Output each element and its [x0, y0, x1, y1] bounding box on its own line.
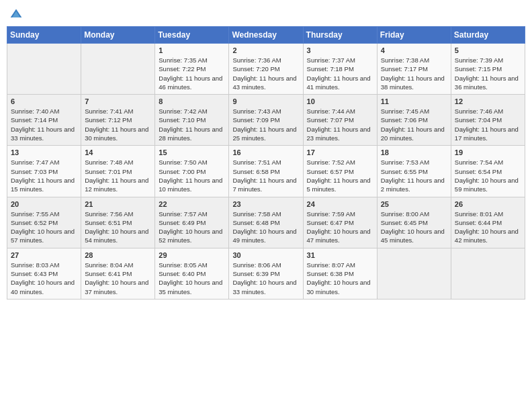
calendar-cell: 21Sunrise: 7:56 AMSunset: 6:51 PMDayligh…: [81, 197, 155, 248]
calendar-cell: 14Sunrise: 7:48 AMSunset: 7:01 PMDayligh…: [81, 146, 155, 197]
calendar-cell: 11Sunrise: 7:45 AMSunset: 7:06 PMDayligh…: [377, 95, 451, 146]
calendar-cell: 31Sunrise: 8:07 AMSunset: 6:38 PMDayligh…: [303, 248, 377, 299]
calendar-cell: 4Sunrise: 7:38 AMSunset: 7:17 PMDaylight…: [377, 44, 451, 95]
day-number: 14: [85, 148, 151, 156]
day-info: Sunrise: 7:48 AMSunset: 7:01 PMDaylight:…: [85, 158, 151, 193]
calendar-cell: 22Sunrise: 7:57 AMSunset: 6:49 PMDayligh…: [155, 197, 229, 248]
calendar-cell: 7Sunrise: 7:41 AMSunset: 7:12 PMDaylight…: [81, 95, 155, 146]
weekday-header-wednesday: Wednesday: [229, 27, 303, 44]
calendar-table: SundayMondayTuesdayWednesdayThursdayFrid…: [7, 26, 525, 300]
calendar-cell: 1Sunrise: 7:35 AMSunset: 7:22 PMDaylight…: [155, 44, 229, 95]
day-info: Sunrise: 7:56 AMSunset: 6:51 PMDaylight:…: [85, 210, 151, 245]
day-info: Sunrise: 7:47 AMSunset: 7:03 PMDaylight:…: [11, 158, 77, 193]
calendar-cell: 5Sunrise: 7:39 AMSunset: 7:15 PMDaylight…: [451, 44, 525, 95]
day-info: Sunrise: 7:39 AMSunset: 7:15 PMDaylight:…: [455, 56, 521, 91]
calendar-cell: 19Sunrise: 7:54 AMSunset: 6:54 PMDayligh…: [451, 146, 525, 197]
calendar-cell: 2Sunrise: 7:36 AMSunset: 7:20 PMDaylight…: [229, 44, 303, 95]
day-info: Sunrise: 7:37 AMSunset: 7:18 PMDaylight:…: [307, 56, 373, 91]
logo: [9, 7, 24, 21]
day-number: 28: [85, 251, 151, 259]
day-info: Sunrise: 7:45 AMSunset: 7:06 PMDaylight:…: [381, 107, 447, 142]
day-info: Sunrise: 8:00 AMSunset: 6:45 PMDaylight:…: [381, 210, 447, 245]
day-info: Sunrise: 7:38 AMSunset: 7:17 PMDaylight:…: [381, 56, 447, 91]
day-number: 1: [159, 46, 225, 54]
day-number: 18: [381, 148, 447, 156]
day-number: 4: [381, 46, 447, 54]
calendar-cell: [81, 44, 155, 95]
calendar-cell: [451, 248, 525, 299]
weekday-header-monday: Monday: [81, 27, 155, 44]
weekday-header-thursday: Thursday: [303, 27, 377, 44]
calendar-cell: 12Sunrise: 7:46 AMSunset: 7:04 PMDayligh…: [451, 95, 525, 146]
calendar-cell: 17Sunrise: 7:52 AMSunset: 6:57 PMDayligh…: [303, 146, 377, 197]
day-info: Sunrise: 7:36 AMSunset: 7:20 PMDaylight:…: [232, 56, 299, 91]
day-info: Sunrise: 7:53 AMSunset: 6:55 PMDaylight:…: [381, 158, 447, 193]
day-number: 24: [307, 200, 373, 208]
calendar-cell: 3Sunrise: 7:37 AMSunset: 7:18 PMDaylight…: [303, 44, 377, 95]
calendar-cell: 30Sunrise: 8:06 AMSunset: 6:39 PMDayligh…: [229, 248, 303, 299]
day-number: 31: [307, 251, 373, 259]
calendar-cell: 15Sunrise: 7:50 AMSunset: 7:00 PMDayligh…: [155, 146, 229, 197]
day-number: 15: [159, 148, 225, 156]
day-info: Sunrise: 7:51 AMSunset: 6:58 PMDaylight:…: [232, 158, 299, 193]
day-info: Sunrise: 7:40 AMSunset: 7:14 PMDaylight:…: [11, 107, 77, 142]
day-number: 29: [159, 251, 225, 259]
weekday-header-friday: Friday: [377, 27, 451, 44]
day-info: Sunrise: 7:55 AMSunset: 6:52 PMDaylight:…: [11, 210, 77, 245]
day-info: Sunrise: 8:07 AMSunset: 6:38 PMDaylight:…: [307, 261, 373, 296]
day-number: 25: [381, 200, 447, 208]
calendar-cell: 16Sunrise: 7:51 AMSunset: 6:58 PMDayligh…: [229, 146, 303, 197]
day-info: Sunrise: 8:05 AMSunset: 6:40 PMDaylight:…: [159, 261, 225, 296]
calendar-cell: 6Sunrise: 7:40 AMSunset: 7:14 PMDaylight…: [7, 95, 81, 146]
weekday-header-sunday: Sunday: [7, 27, 81, 44]
calendar-cell: 20Sunrise: 7:55 AMSunset: 6:52 PMDayligh…: [7, 197, 81, 248]
day-info: Sunrise: 7:43 AMSunset: 7:09 PMDaylight:…: [232, 107, 299, 142]
day-number: 6: [11, 97, 77, 105]
day-number: 21: [85, 200, 151, 208]
calendar-cell: 13Sunrise: 7:47 AMSunset: 7:03 PMDayligh…: [7, 146, 81, 197]
day-info: Sunrise: 7:57 AMSunset: 6:49 PMDaylight:…: [159, 210, 225, 245]
day-info: Sunrise: 7:46 AMSunset: 7:04 PMDaylight:…: [455, 107, 521, 142]
calendar-week-2: 6Sunrise: 7:40 AMSunset: 7:14 PMDaylight…: [7, 95, 525, 146]
day-info: Sunrise: 7:35 AMSunset: 7:22 PMDaylight:…: [159, 56, 225, 91]
calendar-cell: 26Sunrise: 8:01 AMSunset: 6:44 PMDayligh…: [451, 197, 525, 248]
weekday-header-row: SundayMondayTuesdayWednesdayThursdayFrid…: [7, 27, 525, 44]
weekday-header-tuesday: Tuesday: [155, 27, 229, 44]
day-number: 23: [232, 200, 299, 208]
calendar-week-3: 13Sunrise: 7:47 AMSunset: 7:03 PMDayligh…: [7, 146, 525, 197]
calendar-cell: 9Sunrise: 7:43 AMSunset: 7:09 PMDaylight…: [229, 95, 303, 146]
day-info: Sunrise: 8:06 AMSunset: 6:39 PMDaylight:…: [232, 261, 299, 296]
day-number: 26: [455, 200, 521, 208]
day-info: Sunrise: 8:01 AMSunset: 6:44 PMDaylight:…: [455, 210, 521, 245]
calendar-cell: [7, 44, 81, 95]
page-header: [7, 7, 525, 21]
calendar-cell: 25Sunrise: 8:00 AMSunset: 6:45 PMDayligh…: [377, 197, 451, 248]
calendar-cell: 18Sunrise: 7:53 AMSunset: 6:55 PMDayligh…: [377, 146, 451, 197]
calendar-cell: 27Sunrise: 8:03 AMSunset: 6:43 PMDayligh…: [7, 248, 81, 299]
day-number: 11: [381, 97, 447, 105]
day-info: Sunrise: 7:44 AMSunset: 7:07 PMDaylight:…: [307, 107, 373, 142]
day-number: 7: [85, 97, 151, 105]
day-number: 17: [307, 148, 373, 156]
day-info: Sunrise: 7:41 AMSunset: 7:12 PMDaylight:…: [85, 107, 151, 142]
weekday-header-saturday: Saturday: [451, 27, 525, 44]
calendar-cell: 8Sunrise: 7:42 AMSunset: 7:10 PMDaylight…: [155, 95, 229, 146]
logo-icon: [9, 7, 23, 21]
day-info: Sunrise: 8:04 AMSunset: 6:41 PMDaylight:…: [85, 261, 151, 296]
day-info: Sunrise: 7:54 AMSunset: 6:54 PMDaylight:…: [455, 158, 521, 193]
calendar-cell: [377, 248, 451, 299]
day-info: Sunrise: 7:52 AMSunset: 6:57 PMDaylight:…: [307, 158, 373, 193]
calendar-cell: 24Sunrise: 7:59 AMSunset: 6:47 PMDayligh…: [303, 197, 377, 248]
calendar-cell: 29Sunrise: 8:05 AMSunset: 6:40 PMDayligh…: [155, 248, 229, 299]
day-info: Sunrise: 7:59 AMSunset: 6:47 PMDaylight:…: [307, 210, 373, 245]
calendar-week-4: 20Sunrise: 7:55 AMSunset: 6:52 PMDayligh…: [7, 197, 525, 248]
day-number: 30: [232, 251, 299, 259]
day-info: Sunrise: 8:03 AMSunset: 6:43 PMDaylight:…: [11, 261, 77, 296]
day-number: 8: [159, 97, 225, 105]
day-info: Sunrise: 7:50 AMSunset: 7:00 PMDaylight:…: [159, 158, 225, 193]
calendar-week-1: 1Sunrise: 7:35 AMSunset: 7:22 PMDaylight…: [7, 44, 525, 95]
day-number: 16: [232, 148, 299, 156]
calendar-cell: 23Sunrise: 7:58 AMSunset: 6:48 PMDayligh…: [229, 197, 303, 248]
day-number: 19: [455, 148, 521, 156]
day-info: Sunrise: 7:42 AMSunset: 7:10 PMDaylight:…: [159, 107, 225, 142]
